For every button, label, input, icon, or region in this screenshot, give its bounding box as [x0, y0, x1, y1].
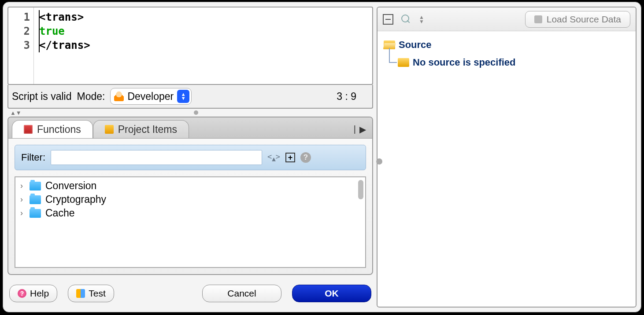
test-button[interactable]: Test [68, 285, 114, 302]
left-pane: 1 2 3 <trans> true </trans> Script is va… [7, 7, 373, 308]
folder-icon [30, 182, 41, 190]
line-number: 3 [8, 38, 30, 52]
dialog-button-row: ? Help Test Cancel OK [7, 279, 373, 308]
data-icon [534, 15, 542, 23]
tab-row: Functions Project Items | ▶ [8, 117, 372, 139]
help-button[interactable]: ? Help [9, 285, 57, 302]
user-icon [114, 92, 124, 101]
divider: | [354, 124, 356, 134]
chevron-updown-icon: ▲▼ [177, 90, 189, 103]
tree-child[interactable]: No source is specified [398, 57, 629, 68]
reference-panel: Functions Project Items | ▶ Filter: <▲> … [7, 117, 373, 275]
minus-icon [385, 19, 391, 20]
tree-item[interactable]: › Conversion [18, 179, 363, 193]
folder-icon [30, 209, 41, 218]
ok-button[interactable]: OK [292, 285, 371, 302]
scrollbar-thumb[interactable] [358, 180, 363, 199]
code-line: <trans> [39, 10, 90, 24]
help-icon[interactable]: ? [300, 152, 311, 163]
expand-arrows-icon[interactable]: ▲▼ [419, 15, 424, 24]
filter-bar: Filter: <▲> + ? [15, 145, 366, 170]
project-items-icon [105, 125, 114, 134]
button-label: Cancel [227, 288, 256, 299]
line-number: 2 [8, 24, 30, 38]
script-valid-label: Script is valid [12, 91, 71, 103]
arrow-right-icon[interactable]: ▶ [359, 124, 366, 135]
code-area[interactable]: <trans> true </trans> [34, 7, 90, 84]
button-label: Load Source Data [547, 14, 621, 25]
functions-tree[interactable]: › Conversion › Cryptography › Cache [15, 176, 366, 268]
tree-item-label: Conversion [45, 180, 96, 192]
tab-label: Project Items [118, 124, 177, 136]
load-source-data-button[interactable]: Load Source Data [525, 11, 630, 28]
button-label: OK [325, 288, 339, 299]
tab-label: Functions [37, 124, 81, 136]
pane-splitter[interactable]: ▲▼ [7, 109, 373, 117]
source-toolbar: ▲▼ Load Source Data [378, 7, 636, 31]
help-circle-icon: ? [18, 289, 26, 298]
tree-item-label: Cache [45, 207, 74, 219]
search-icon[interactable] [401, 15, 411, 24]
add-button[interactable]: + [285, 153, 295, 162]
code-line: </trans> [39, 38, 90, 52]
chevron-right-icon[interactable]: › [18, 181, 25, 190]
chevron-right-icon[interactable]: › [18, 209, 25, 218]
editor-status-bar: Script is valid Mode: Developer ▲▼ 3 : 9 [7, 85, 373, 109]
filter-label: Filter: [21, 152, 45, 163]
cursor-position: 3 : 9 [337, 91, 356, 103]
button-label: Help [30, 288, 49, 299]
tree-item-label: Cryptography [45, 194, 106, 205]
script-editor-dialog: 1 2 3 <trans> true </trans> Script is va… [3, 2, 641, 312]
code-line: true [39, 24, 90, 38]
tree-item[interactable]: › Cache [18, 206, 363, 220]
code-editor[interactable]: 1 2 3 <trans> true </trans> [7, 7, 373, 85]
tree-root[interactable]: Source [384, 39, 629, 51]
drag-handle-icon[interactable] [194, 110, 198, 115]
tree-root-label: Source [399, 39, 432, 51]
source-tree[interactable]: Source No source is specified [378, 31, 636, 307]
test-icon [76, 289, 85, 298]
mode-label: Mode: [77, 91, 105, 103]
tab-functions[interactable]: Functions [12, 120, 93, 138]
button-label: Test [89, 288, 106, 299]
cancel-button[interactable]: Cancel [202, 285, 281, 302]
chevron-right-icon[interactable]: › [18, 195, 25, 204]
collapse-up-icon[interactable]: ▲▼ [10, 110, 22, 116]
folder-icon [398, 58, 409, 67]
folder-icon [30, 195, 41, 204]
functions-icon [24, 125, 33, 134]
tree-empty-label: No source is specified [413, 57, 516, 68]
collapse-all-button[interactable] [383, 14, 393, 25]
line-number: 1 [8, 10, 30, 24]
text-caret [39, 10, 40, 52]
tab-overflow[interactable]: | ▶ [354, 120, 369, 138]
filter-input[interactable] [51, 150, 262, 165]
tree-item[interactable]: › Cryptography [18, 193, 363, 206]
insert-arrows-icon[interactable]: <▲> [267, 152, 280, 162]
mode-value: Developer [127, 91, 174, 103]
tab-project-items[interactable]: Project Items [93, 120, 189, 138]
horizontal-splitter-handle[interactable] [376, 158, 382, 165]
source-pane: ▲▼ Load Source Data Source No source is … [377, 7, 637, 308]
mode-select[interactable]: Developer ▲▼ [110, 88, 192, 105]
line-number-gutter: 1 2 3 [8, 7, 34, 84]
